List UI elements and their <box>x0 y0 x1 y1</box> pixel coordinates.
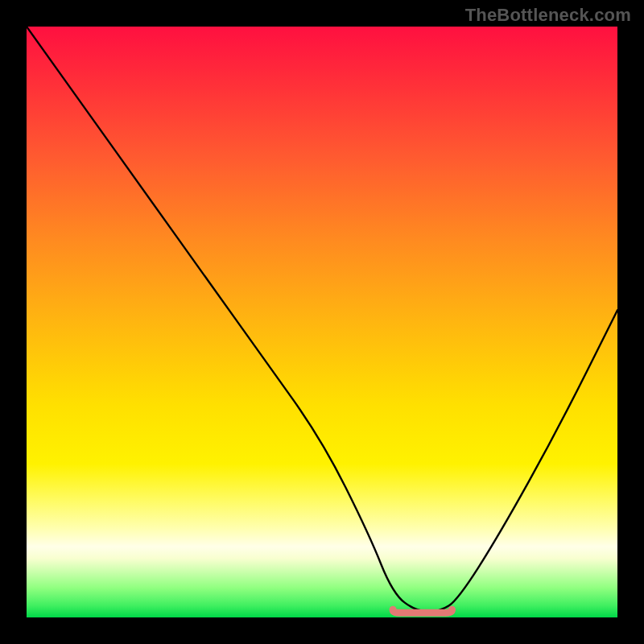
plot-area <box>27 27 617 617</box>
optimal-range-marker <box>393 609 452 613</box>
bottleneck-curve-path <box>27 27 617 612</box>
chart-frame: TheBottleneck.com <box>0 0 644 644</box>
watermark-text: TheBottleneck.com <box>465 5 631 26</box>
curve-layer <box>27 27 617 617</box>
